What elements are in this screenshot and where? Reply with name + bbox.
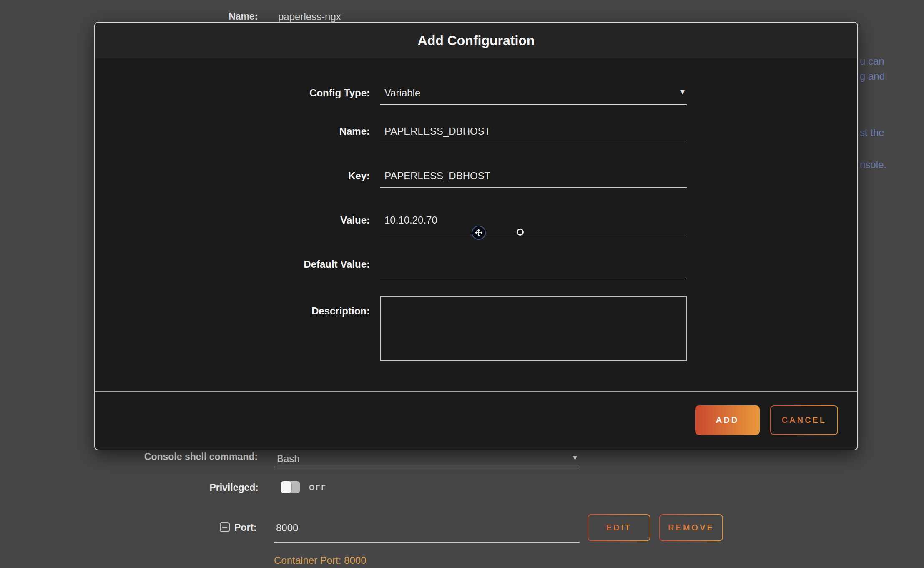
default-value-underline — [380, 279, 687, 279]
port-label: Port: — [234, 522, 257, 533]
description-textarea[interactable] — [380, 296, 687, 361]
console-shell-underline — [274, 467, 580, 467]
container-port-note: Container Port: 8000 — [274, 555, 366, 566]
move-cursor-icon — [472, 226, 486, 240]
key-underline — [380, 187, 687, 188]
help-text-fragment: nsole. — [860, 159, 886, 171]
cancel-button[interactable]: CANCEL — [770, 405, 838, 435]
config-type-select[interactable]: Variable — [384, 87, 420, 99]
privileged-state-text: OFF — [309, 484, 327, 492]
help-text-fragment: g and — [860, 70, 885, 82]
value-label: Value: — [203, 214, 370, 226]
default-value-label: Default Value: — [203, 259, 370, 270]
add-button[interactable]: ADD — [695, 405, 760, 435]
container-name-label: Name: — [228, 11, 258, 22]
key-label: Key: — [203, 170, 370, 182]
privileged-label: Privileged: — [167, 482, 259, 493]
name-input[interactable]: PAPERLESS_DBHOST — [384, 126, 490, 137]
toggle-knob — [281, 481, 291, 493]
collapse-minus-icon[interactable] — [220, 522, 230, 532]
edit-button[interactable]: EDIT — [588, 514, 650, 541]
port-underline — [274, 542, 580, 543]
footer-divider — [95, 391, 857, 392]
add-button-label: ADD — [716, 415, 739, 425]
name-underline — [380, 143, 687, 143]
cancel-button-label: CANCEL — [782, 415, 826, 425]
name-label: Name: — [203, 126, 370, 137]
value-input[interactable]: 10.10.20.70 — [384, 214, 437, 226]
chevron-down-icon: ▼ — [680, 89, 685, 95]
port-value[interactable]: 8000 — [276, 522, 298, 534]
remove-button-label: REMOVE — [668, 523, 714, 533]
dialog-title: Add Configuration — [95, 23, 857, 58]
config-type-label: Config Type: — [203, 87, 370, 99]
drag-handle-dot[interactable] — [517, 229, 524, 236]
description-label: Description: — [203, 305, 370, 317]
privileged-toggle[interactable] — [281, 481, 300, 493]
help-text-fragment: u can — [860, 55, 884, 67]
dialog-header: Add Configuration — [95, 23, 857, 58]
remove-button[interactable]: REMOVE — [659, 514, 723, 541]
move-arrows-glyph — [474, 228, 484, 238]
help-text-fragment: st the — [860, 127, 884, 138]
console-shell-label: Console shell command: — [125, 451, 258, 462]
container-name-value[interactable]: paperless-ngx — [278, 11, 341, 23]
console-shell-select[interactable]: Bash — [277, 453, 300, 465]
screen: Name: paperless-ngx u can g and st the n… — [0, 0, 924, 568]
chevron-down-icon: ▼ — [573, 455, 577, 461]
value-underline — [380, 234, 687, 234]
config-type-underline — [380, 104, 687, 105]
edit-button-label: EDIT — [606, 523, 632, 533]
key-input[interactable]: PAPERLESS_DBHOST — [384, 170, 490, 182]
